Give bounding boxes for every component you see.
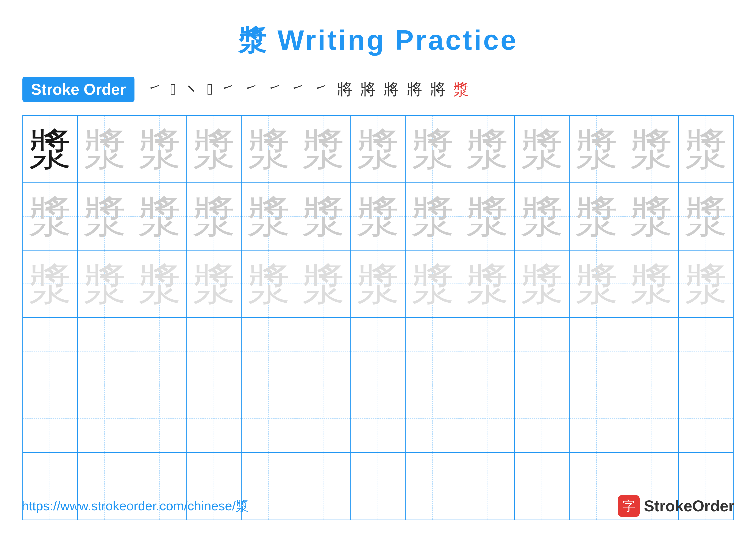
grid-cell: 漿 xyxy=(296,183,351,250)
grid-cell[interactable] xyxy=(515,385,570,452)
grid-cell[interactable] xyxy=(187,318,242,385)
grid-cell: 漿 xyxy=(406,250,460,317)
grid-cell[interactable] xyxy=(296,318,351,385)
stroke-step-1: 𠃋 xyxy=(170,81,176,98)
grid-cell: 漿 xyxy=(460,183,515,250)
grid-cell[interactable] xyxy=(351,385,406,452)
grid-cell[interactable] xyxy=(23,385,78,452)
grid-cell[interactable] xyxy=(351,318,406,385)
grid-row-5 xyxy=(23,385,733,453)
grid-cell: 漿 xyxy=(406,116,460,183)
stroke-step-9: 將 xyxy=(337,79,352,100)
grid-cell: 漿 xyxy=(679,250,733,317)
grid-cell: 漿 xyxy=(351,183,406,250)
grid-cell: 漿 xyxy=(242,116,296,183)
grid-cell: 漿 xyxy=(23,250,78,317)
grid-cell: 漿 xyxy=(570,250,624,317)
grid-cell: 漿 xyxy=(187,183,242,250)
stroke-step-0: ㇀ xyxy=(147,79,162,100)
grid-cell[interactable] xyxy=(78,318,133,385)
grid-cell[interactable] xyxy=(187,385,242,452)
grid-cell[interactable] xyxy=(406,318,460,385)
grid-cell: 漿 xyxy=(515,183,570,250)
grid-cell: 漿 xyxy=(296,250,351,317)
grid-cell: 漿 xyxy=(23,183,78,250)
grid-cell[interactable] xyxy=(132,318,187,385)
stroke-step-5: ㇀ xyxy=(244,79,259,100)
stroke-order-badge: Stroke Order xyxy=(22,77,134,102)
grid-cell: 漿 xyxy=(679,116,733,183)
grid-cell: 漿 xyxy=(296,116,351,183)
grid-cell: 漿 xyxy=(351,116,406,183)
grid-cell: 漿 xyxy=(132,250,187,317)
logo-text: StrokeOrder xyxy=(644,497,735,515)
page: 漿 Writing Practice Stroke Order ㇀𠃋㇔𠃌㇀㇀㇀㇀… xyxy=(0,0,756,534)
grid-cell: 漿 xyxy=(515,250,570,317)
grid-cell[interactable] xyxy=(296,385,351,452)
grid-cell: 漿 xyxy=(78,250,133,317)
grid-cell: 漿 xyxy=(132,183,187,250)
stroke-step-2: ㇔ xyxy=(184,79,199,100)
grid-row-2: 漿 漿 漿 漿 漿 漿 漿 漿 漿 漿 漿 漿 漿 xyxy=(23,183,733,250)
grid-cell[interactable] xyxy=(406,385,460,452)
stroke-order-row: Stroke Order ㇀𠃋㇔𠃌㇀㇀㇀㇀㇀將將將將將漿 xyxy=(22,77,734,102)
grid-cell: 漿 xyxy=(570,183,624,250)
page-title: 漿 Writing Practice xyxy=(238,21,518,60)
grid-cell: 漿 xyxy=(460,116,515,183)
grid-cell[interactable] xyxy=(679,385,733,452)
grid-row-1: 漿 漿 漿 漿 漿 漿 漿 漿 漿 漿 漿 漿 漿 xyxy=(23,116,733,183)
grid-cell: 漿 xyxy=(679,183,733,250)
stroke-step-8: ㇀ xyxy=(313,79,329,100)
footer: https://www.strokeorder.com/chinese/漿 字 … xyxy=(21,495,735,517)
grid-cell: 漿 xyxy=(460,250,515,317)
grid-cell: 漿 xyxy=(242,250,296,317)
stroke-step-3: 𠃌 xyxy=(207,81,212,98)
grid-cell[interactable] xyxy=(679,318,733,385)
grid-row-4 xyxy=(23,318,733,385)
grid-cell[interactable] xyxy=(570,385,624,452)
grid-cell[interactable] xyxy=(132,385,187,452)
logo-icon: 字 xyxy=(618,495,640,517)
grid-cell: 漿 xyxy=(624,116,679,183)
grid-cell[interactable] xyxy=(242,318,296,385)
grid-cell[interactable] xyxy=(460,318,515,385)
stroke-step-14: 漿 xyxy=(453,79,469,100)
grid-cell[interactable] xyxy=(78,385,133,452)
grid-cell[interactable] xyxy=(515,318,570,385)
grid-cell: 漿 xyxy=(624,183,679,250)
grid-cell[interactable] xyxy=(242,385,296,452)
grid-cell[interactable] xyxy=(23,318,78,385)
grid-cell: 漿 xyxy=(132,116,187,183)
grid-cell[interactable] xyxy=(570,318,624,385)
grid-cell: 漿 xyxy=(406,183,460,250)
stroke-step-6: ㇀ xyxy=(267,79,283,100)
grid-cell[interactable] xyxy=(624,318,679,385)
stroke-step-13: 將 xyxy=(430,79,446,100)
grid-cell: 漿 xyxy=(187,250,242,317)
grid-cell: 漿 xyxy=(78,183,133,250)
grid-cell[interactable] xyxy=(624,385,679,452)
grid-cell: 漿 xyxy=(23,116,78,183)
grid-cell: 漿 xyxy=(624,250,679,317)
stroke-step-11: 將 xyxy=(383,79,399,100)
footer-url[interactable]: https://www.strokeorder.com/chinese/漿 xyxy=(21,497,249,515)
grid-cell: 漿 xyxy=(187,116,242,183)
stroke-step-10: 將 xyxy=(360,79,376,100)
grid-row-3: 漿 漿 漿 漿 漿 漿 漿 漿 漿 漿 漿 漿 漿 xyxy=(23,250,733,318)
practice-grid: 漿 漿 漿 漿 漿 漿 漿 漿 漿 漿 漿 漿 漿 漿 漿 漿 漿 漿 漿 漿 … xyxy=(22,115,734,520)
footer-logo: 字 StrokeOrder xyxy=(618,495,735,517)
grid-cell: 漿 xyxy=(78,116,133,183)
grid-cell[interactable] xyxy=(460,385,515,452)
grid-cell: 漿 xyxy=(351,250,406,317)
character-dark: 漿 xyxy=(28,128,71,171)
grid-cell: 漿 xyxy=(515,116,570,183)
grid-cell: 漿 xyxy=(242,183,296,250)
grid-cell: 漿 xyxy=(570,116,624,183)
stroke-step-12: 將 xyxy=(407,79,422,100)
stroke-step-4: ㇀ xyxy=(221,79,236,100)
stroke-step-7: ㇀ xyxy=(290,79,306,100)
